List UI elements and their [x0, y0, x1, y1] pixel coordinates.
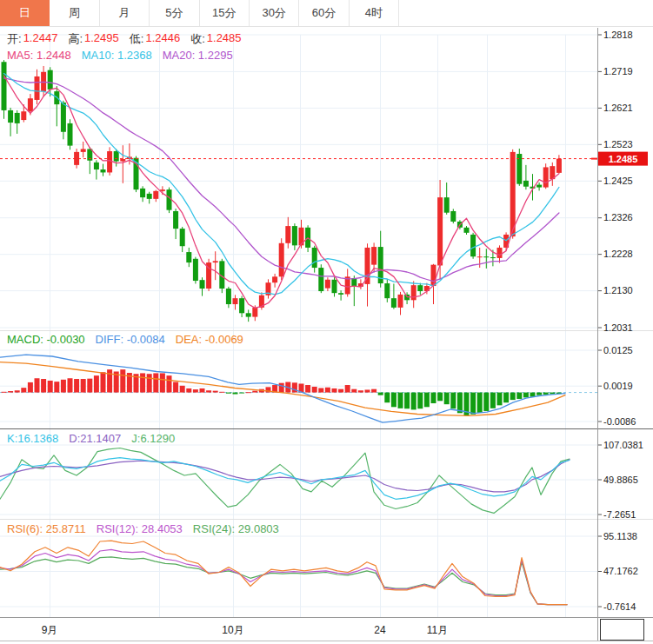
- svg-text:95.1138: 95.1138: [603, 531, 637, 541]
- tab-4hour[interactable]: 4时: [350, 0, 399, 26]
- rsi-panel: [0, 541, 567, 605]
- tab-60min[interactable]: 60分: [299, 0, 349, 26]
- svg-text:-7.2651: -7.2651: [603, 509, 636, 520]
- ma-legend: MA5: 1.2448 MA10: 1.2368 MA20: 1.2295: [7, 49, 233, 62]
- ma20-value: MA20: 1.2295: [163, 49, 233, 62]
- chart-svg[interactable]: 1.24851.28181.27191.26211.25231.24251.23…: [0, 0, 653, 644]
- svg-text:1.2523: 1.2523: [603, 139, 633, 149]
- rsi-legend: RSI(6): 25.8711 RSI(12): 28.4053 RSI(24)…: [7, 522, 279, 535]
- svg-text:1.2485: 1.2485: [609, 154, 638, 164]
- tab-week[interactable]: 周: [50, 0, 99, 26]
- tab-30min[interactable]: 30分: [250, 0, 299, 26]
- svg-text:1.2130: 1.2130: [603, 285, 633, 295]
- tab-15min[interactable]: 15分: [200, 0, 250, 26]
- rsi12-value: RSI(12): 28.4053: [97, 522, 183, 535]
- trading-chart-app: 日周月5分15分30分60分4时 1.24851.28181.27191.262…: [0, 0, 653, 644]
- svg-text:1.2228: 1.2228: [603, 249, 633, 259]
- svg-text:10月: 10月: [222, 624, 243, 636]
- ma5-value: MA5: 1.2448: [7, 49, 71, 62]
- svg-text:-0.0086: -0.0086: [603, 416, 636, 427]
- axis-corner-box: [601, 620, 644, 641]
- svg-text:0.0019: 0.0019: [603, 381, 633, 391]
- tab-month[interactable]: 月: [100, 0, 150, 26]
- macd-legend: MACD: -0.0030 DIFF: -0.0084 DEA: -0.0069: [7, 333, 243, 346]
- tab-day[interactable]: 日: [0, 0, 50, 26]
- rsi24-value: RSI(24): 29.0803: [193, 522, 279, 535]
- svg-text:1.2425: 1.2425: [603, 176, 633, 186]
- k-value: K:16.1368: [7, 432, 58, 445]
- svg-text:1.2031: 1.2031: [603, 322, 633, 333]
- high-value: 高:1.2495: [68, 31, 118, 47]
- svg-text:1.2621: 1.2621: [603, 103, 633, 113]
- open-value: 开:1.2447: [7, 31, 57, 47]
- time-axis: 9月10月2411月: [42, 624, 449, 636]
- svg-text:0.0125: 0.0125: [603, 345, 633, 355]
- macd-value: MACD: -0.0030: [7, 333, 85, 346]
- ma10-value: MA10: 1.2368: [82, 49, 152, 62]
- dea-value: DEA: -0.0069: [176, 333, 243, 346]
- svg-text:47.1762: 47.1762: [603, 566, 638, 576]
- svg-text:-0.7614: -0.7614: [603, 601, 636, 612]
- svg-text:1.2326: 1.2326: [603, 212, 633, 222]
- svg-text:11月: 11月: [427, 624, 448, 636]
- svg-text:1.2818: 1.2818: [603, 30, 633, 40]
- diff-value: DIFF: -0.0084: [96, 333, 165, 346]
- svg-text:24: 24: [374, 624, 386, 636]
- d-value: D:21.1407: [69, 432, 121, 445]
- kdj-panel: [0, 448, 570, 514]
- svg-text:1.2719: 1.2719: [603, 66, 633, 76]
- svg-text:49.8865: 49.8865: [603, 475, 638, 485]
- j-value: J:6.1290: [131, 432, 175, 445]
- ohlc-legend: 开:1.2447 高:1.2495 低:1.2446 收:1.2485: [7, 31, 242, 47]
- low-value: 低:1.2446: [130, 31, 180, 47]
- macd-panel: [0, 355, 597, 422]
- close-value: 收:1.2485: [190, 31, 241, 47]
- tab-5min[interactable]: 5分: [150, 0, 199, 26]
- svg-text:107.0381: 107.0381: [603, 440, 643, 450]
- interval-tabbar: 日周月5分15分30分60分4时: [0, 0, 653, 27]
- price-axis: 1.28181.27191.26211.25231.24251.23261.22…: [591, 30, 643, 612]
- svg-text:9月: 9月: [42, 624, 58, 636]
- kdj-legend: K:16.1368 D:21.1407 J:6.1290: [7, 432, 175, 445]
- rsi6-value: RSI(6): 25.8711: [7, 522, 86, 535]
